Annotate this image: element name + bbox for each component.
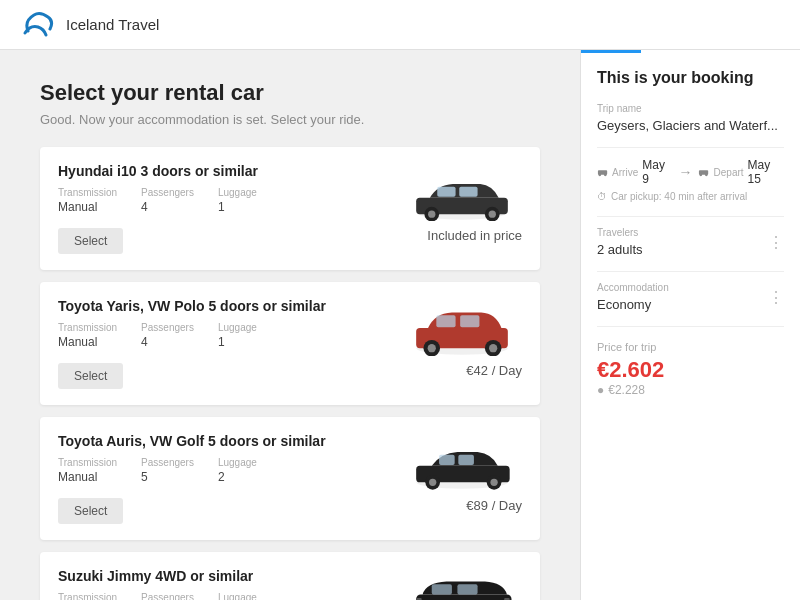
car-image bbox=[402, 163, 522, 223]
passengers-value: 4 bbox=[141, 335, 194, 349]
transmission-label: Transmission bbox=[58, 592, 117, 600]
car-name: Toyota Yaris, VW Polo 5 doors or similar bbox=[58, 298, 362, 314]
passengers-label: Passengers bbox=[141, 322, 194, 333]
luggage-value: 2 bbox=[218, 470, 257, 484]
travelers-label: Travelers bbox=[597, 227, 643, 238]
svg-point-23 bbox=[490, 478, 497, 485]
svg-point-15 bbox=[489, 344, 497, 352]
depart-item: Depart May 15 bbox=[698, 158, 784, 186]
car-card-2: Toyota Auris, VW Golf 5 doors or similar… bbox=[40, 417, 540, 540]
car-pickup-note: ⏱ Car pickup: 40 min after arrival bbox=[597, 191, 784, 202]
svg-point-5 bbox=[428, 210, 435, 217]
car-list: Hyundai i10 3 doors or similar Transmiss… bbox=[40, 147, 540, 600]
select-button[interactable]: Select bbox=[58, 363, 123, 389]
svg-rect-26 bbox=[432, 584, 452, 594]
travelers-more-icon[interactable]: ⋮ bbox=[768, 233, 784, 252]
select-button[interactable]: Select bbox=[58, 228, 123, 254]
svg-point-21 bbox=[429, 478, 436, 485]
arrive-date: May 9 bbox=[642, 158, 672, 186]
svg-rect-19 bbox=[458, 454, 474, 464]
page-subtitle: Good. Now your accommodation is set. Sel… bbox=[40, 112, 540, 127]
arrow-icon: → bbox=[678, 164, 692, 180]
car-card-0: Hyundai i10 3 doors or similar Transmiss… bbox=[40, 147, 540, 270]
transmission-label: Transmission bbox=[58, 322, 117, 333]
trip-name-field: Trip name Geysers, Glaciers and Waterf..… bbox=[597, 103, 784, 133]
content-area: Select your rental car Good. Now your ac… bbox=[0, 50, 580, 600]
car-icon-arrive bbox=[597, 166, 608, 178]
transmission-label: Transmission bbox=[58, 457, 117, 468]
svg-point-7 bbox=[489, 210, 496, 217]
booking-sidebar: This is your booking Trip name Geysers, … bbox=[580, 50, 800, 600]
accommodation-field: Accommodation Economy ⋮ bbox=[597, 282, 784, 312]
svg-rect-27 bbox=[457, 584, 477, 594]
svg-rect-18 bbox=[439, 454, 455, 464]
passengers-label: Passengers bbox=[141, 592, 194, 600]
svg-rect-10 bbox=[436, 315, 455, 327]
transmission-value: Manual bbox=[58, 200, 117, 214]
dates-field: Arrive May 9 → Depart May 15 ⏱ Car picku… bbox=[597, 158, 784, 202]
transmission-label: Transmission bbox=[58, 187, 117, 198]
clock-icon: ⏱ bbox=[597, 191, 607, 202]
car-name: Toyota Auris, VW Golf 5 doors or similar bbox=[58, 433, 362, 449]
car-image bbox=[402, 433, 522, 493]
depart-label: Depart bbox=[714, 167, 744, 178]
arrive-label: Arrive bbox=[612, 167, 638, 178]
header: Iceland Travel bbox=[0, 0, 800, 50]
luggage-label: Luggage bbox=[218, 592, 257, 600]
trip-name-label: Trip name bbox=[597, 103, 784, 114]
svg-point-35 bbox=[598, 173, 601, 176]
trip-name-value: Geysers, Glaciers and Waterf... bbox=[597, 118, 784, 133]
passengers-value: 4 bbox=[141, 200, 194, 214]
svg-point-13 bbox=[428, 344, 436, 352]
car-card-3: Suzuki Jimmy 4WD or similar Transmission… bbox=[40, 552, 540, 600]
passengers-label: Passengers bbox=[141, 187, 194, 198]
car-card-1: Toyota Yaris, VW Polo 5 doors or similar… bbox=[40, 282, 540, 405]
svg-rect-3 bbox=[459, 186, 477, 196]
svg-rect-2 bbox=[437, 186, 455, 196]
luggage-label: Luggage bbox=[218, 322, 257, 333]
main-layout: Select your rental car Good. Now your ac… bbox=[0, 50, 800, 600]
price-section: Price for trip €2.602 ● €2.228 bbox=[597, 341, 784, 397]
travelers-field: Travelers 2 adults ⋮ bbox=[597, 227, 784, 257]
luggage-value: 1 bbox=[218, 335, 257, 349]
car-image bbox=[402, 568, 522, 600]
price-label: Price for trip bbox=[597, 341, 784, 353]
car-price: Included in price bbox=[427, 228, 522, 243]
accommodation-more-icon[interactable]: ⋮ bbox=[768, 288, 784, 307]
transmission-value: Manual bbox=[58, 335, 117, 349]
svg-point-38 bbox=[700, 173, 703, 176]
car-pickup-text: Car pickup: 40 min after arrival bbox=[611, 191, 747, 202]
logo-text: Iceland Travel bbox=[66, 16, 159, 33]
car-price: €89 / Day bbox=[466, 498, 522, 513]
car-image bbox=[402, 298, 522, 358]
car-name: Suzuki Jimmy 4WD or similar bbox=[58, 568, 362, 584]
luggage-label: Luggage bbox=[218, 187, 257, 198]
svg-rect-25 bbox=[416, 594, 511, 600]
transmission-value: Manual bbox=[58, 470, 117, 484]
price-original-value: €2.228 bbox=[608, 383, 645, 397]
passengers-label: Passengers bbox=[141, 457, 194, 468]
luggage-value: 1 bbox=[218, 200, 257, 214]
car-price: €42 / Day bbox=[466, 363, 522, 378]
svg-rect-11 bbox=[460, 315, 479, 327]
depart-date: May 15 bbox=[748, 158, 784, 186]
luggage-label: Luggage bbox=[218, 457, 257, 468]
car-name: Hyundai i10 3 doors or similar bbox=[58, 163, 362, 179]
accommodation-value: Economy bbox=[597, 297, 669, 312]
svg-point-36 bbox=[604, 173, 607, 176]
price-main: €2.602 bbox=[597, 357, 784, 383]
passengers-value: 5 bbox=[141, 470, 194, 484]
car-icon-depart bbox=[698, 166, 709, 178]
arrive-item: Arrive May 9 bbox=[597, 158, 672, 186]
price-original: ● €2.228 bbox=[597, 383, 784, 397]
accommodation-label: Accommodation bbox=[597, 282, 669, 293]
price-dot: ● bbox=[597, 383, 604, 397]
page-title: Select your rental car bbox=[40, 80, 540, 106]
svg-point-39 bbox=[705, 173, 708, 176]
logo-icon bbox=[20, 11, 56, 39]
select-button[interactable]: Select bbox=[58, 498, 123, 524]
travelers-value: 2 adults bbox=[597, 242, 643, 257]
booking-title: This is your booking bbox=[597, 69, 784, 87]
